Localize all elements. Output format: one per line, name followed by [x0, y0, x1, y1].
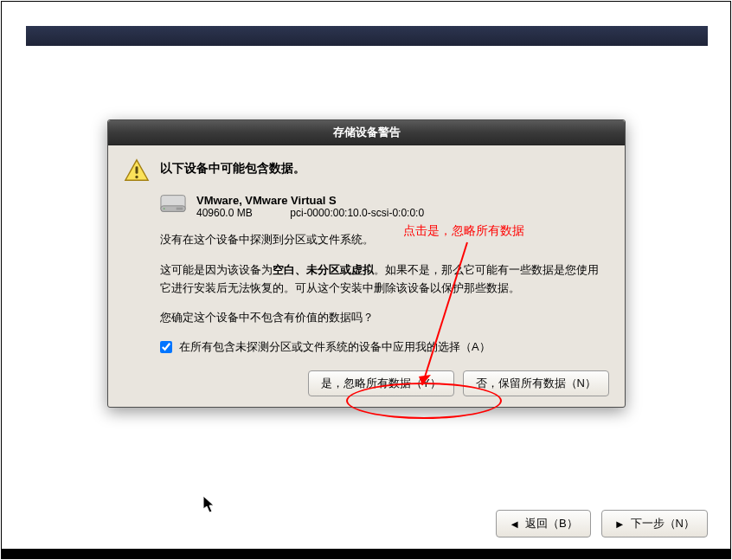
back-label: 返回（B） [525, 516, 578, 531]
apply-all-checkbox[interactable] [160, 341, 172, 353]
device-name: VMware, VMware Virtual S [196, 194, 424, 207]
device-info: VMware, VMware Virtual S 40960.0 MB pci-… [196, 194, 424, 219]
yes-discard-button[interactable]: 是，忽略所有数据（Y） [308, 370, 454, 396]
storage-warning-dialog: 存储设备警告 以下设备中可能包含数据。 VMware, VMware Virtu… [107, 119, 626, 408]
device-path: pci-0000:00:10.0-scsi-0:0:0:0 [290, 207, 424, 219]
device-row: VMware, VMware Virtual S 40960.0 MB pci-… [160, 194, 609, 219]
warning-icon [124, 158, 150, 183]
bottom-edge [1, 549, 731, 559]
device-size: 40960.0 MB [196, 207, 287, 219]
heading-row: 以下设备中可能包含数据。 [124, 158, 609, 183]
top-banner [26, 26, 708, 46]
next-label: 下一步（N） [631, 516, 695, 531]
para-bold: 空白、未分区或虚拟 [273, 263, 374, 276]
no-keep-button[interactable]: 否，保留所有数据（N） [463, 370, 609, 396]
apply-all-checkbox-row[interactable]: 在所有包含未探测分区或文件系统的设备中应用我的选择（A） [160, 339, 609, 355]
dialog-body: 以下设备中可能包含数据。 VMware, VMware Virtual S 40… [108, 145, 625, 407]
harddisk-icon [160, 194, 186, 213]
dialog-title: 存储设备警告 [108, 120, 625, 145]
apply-all-label: 在所有包含未探测分区或文件系统的设备中应用我的选择（A） [179, 339, 491, 355]
dialog-heading: 以下设备中可能包含数据。 [160, 158, 305, 177]
annotation-hint-text: 点击是，忽略所有数据 [403, 223, 524, 239]
wizard-nav-row: ◄ 返回（B） ► 下一步（N） [496, 510, 708, 537]
mouse-cursor-icon [202, 495, 216, 514]
svg-rect-0 [136, 166, 138, 173]
back-button[interactable]: ◄ 返回（B） [496, 510, 591, 537]
next-button[interactable]: ► 下一步（N） [601, 510, 708, 537]
device-meta: 40960.0 MB pci-0000:00:10.0-scsi-0:0:0:0 [196, 207, 424, 219]
para-pre: 这可能是因为该设备为 [160, 263, 273, 276]
svg-point-4 [164, 208, 165, 209]
arrow-right-icon: ► [614, 518, 626, 530]
dialog-text-no-partition: 没有在这个设备中探测到分区或文件系统。 [160, 231, 609, 249]
svg-point-1 [135, 176, 138, 178]
dialog-text-reason: 这可能是因为该设备为空白、未分区或虚拟。如果不是，那么它可能有一些数据是您使用它… [160, 261, 609, 298]
dialog-text-confirm: 您确定这个设备中不包含有价值的数据吗？ [160, 309, 609, 327]
dialog-button-row: 是，忽略所有数据（Y） 否，保留所有数据（N） [124, 370, 609, 396]
arrow-left-icon: ◄ [509, 518, 520, 530]
svg-rect-5 [177, 208, 183, 210]
